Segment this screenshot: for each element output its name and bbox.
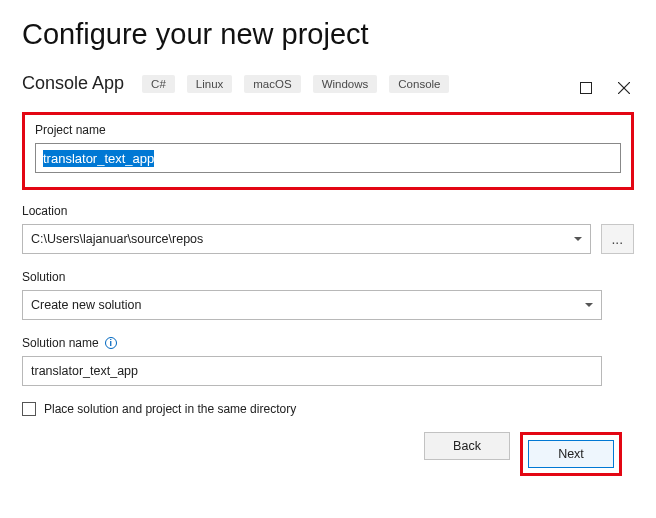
- checkbox-icon[interactable]: [22, 402, 36, 416]
- tag-console: Console: [389, 75, 449, 93]
- chevron-down-icon: [585, 303, 593, 307]
- tag-macos: macOS: [244, 75, 300, 93]
- next-button-highlight: Next: [520, 432, 622, 476]
- chevron-down-icon: [574, 237, 582, 241]
- location-section: Location C:\Users\lajanuar\source\repos …: [22, 204, 634, 254]
- tag-csharp: C#: [142, 75, 175, 93]
- location-label: Location: [22, 204, 634, 218]
- location-input[interactable]: C:\Users\lajanuar\source\repos: [22, 224, 591, 254]
- back-button[interactable]: Back: [424, 432, 510, 460]
- project-name-label: Project name: [35, 123, 621, 137]
- solution-input[interactable]: Create new solution: [22, 290, 602, 320]
- project-name-section-highlight: Project name translator_text_app: [22, 112, 634, 190]
- page-title: Configure your new project: [22, 18, 634, 51]
- tag-linux: Linux: [187, 75, 233, 93]
- info-icon[interactable]: i: [105, 337, 117, 349]
- browse-button[interactable]: ...: [601, 224, 634, 254]
- same-directory-label: Place solution and project in the same d…: [44, 402, 296, 416]
- close-icon[interactable]: [618, 82, 630, 94]
- window-controls: [580, 82, 630, 94]
- wizard-footer: Back Next: [424, 432, 622, 476]
- svg-rect-0: [581, 83, 592, 94]
- solution-label: Solution: [22, 270, 634, 284]
- solution-section: Solution Create new solution: [22, 270, 634, 320]
- next-button[interactable]: Next: [528, 440, 614, 468]
- solution-name-label: Solution name i: [22, 336, 634, 350]
- same-directory-checkbox-row[interactable]: Place solution and project in the same d…: [22, 402, 634, 416]
- tag-windows: Windows: [313, 75, 378, 93]
- template-header: Console App C# Linux macOS Windows Conso…: [22, 73, 634, 94]
- template-name: Console App: [22, 73, 124, 94]
- maximize-icon[interactable]: [580, 82, 592, 94]
- project-name-input[interactable]: translator_text_app: [35, 143, 621, 173]
- solution-name-section: Solution name i: [22, 336, 634, 386]
- solution-name-input[interactable]: [22, 356, 602, 386]
